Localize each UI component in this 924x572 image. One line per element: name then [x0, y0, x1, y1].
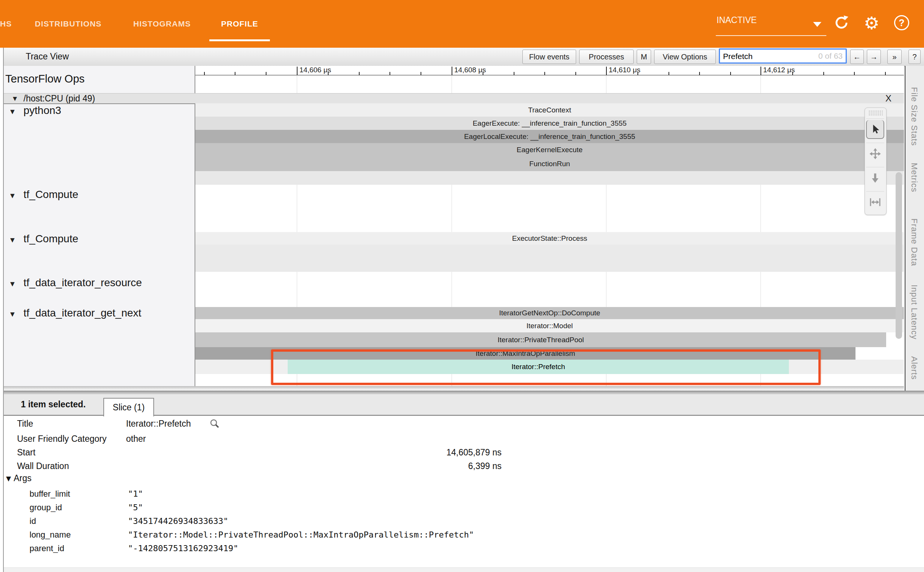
magnifier-icon[interactable] — [209, 418, 220, 431]
ruler-tick-label: 14,606 μs — [299, 66, 331, 74]
arg-key-parent-id: parent_id — [30, 544, 64, 553]
event-band[interactable] — [195, 171, 904, 185]
event-bar-iteratorgetnextop[interactable]: IteratorGetNextOp::DoCompute — [195, 307, 904, 319]
event-bar-eagerexecute[interactable]: EagerExecute: __inference_train_function… — [195, 117, 904, 130]
down-arrow-icon — [869, 172, 881, 184]
app-header: HS DISTRIBUTIONS HISTOGRAMS PROFILE INAC… — [0, 0, 924, 48]
ruler-minor-tick — [266, 72, 266, 75]
more-button[interactable]: » — [887, 50, 902, 64]
track-label-tensorflow-ops: TensorFlow Ops — [5, 73, 85, 85]
arg-key-long-name: long_name — [30, 530, 71, 540]
field-value-category: other — [126, 434, 146, 444]
panel-divider[interactable] — [4, 391, 924, 394]
tab-distributions[interactable]: DISTRIBUTIONS — [35, 0, 101, 48]
ruler-minor-tick — [328, 72, 329, 75]
pan-icon — [869, 148, 881, 160]
processes-button[interactable]: Processes — [579, 50, 634, 64]
track-label-tf-compute-2[interactable]: tf_Compute — [23, 233, 78, 245]
side-tab-frame-data[interactable]: Frame Data — [909, 218, 919, 266]
tab-slice[interactable]: Slice (1) — [103, 398, 154, 416]
search-result-count: 0 of 63 — [818, 51, 843, 61]
tab-histograms[interactable]: HISTOGRAMS — [133, 0, 191, 48]
track-label-tf-data-iterator-get-next[interactable]: tf_data_iterator_get_next — [23, 307, 141, 319]
field-value-title: Iterator::Prefetch — [126, 419, 191, 429]
timing-tool-button[interactable] — [866, 191, 884, 213]
ruler-minor-tick — [792, 72, 793, 75]
collapse-caret-icon[interactable]: ▼ — [10, 108, 15, 115]
ruler-minor-tick — [390, 72, 390, 75]
track-label-python3[interactable]: python3 — [23, 104, 61, 117]
ruler-minor-tick — [235, 72, 235, 75]
search-next-button[interactable]: → — [867, 50, 881, 64]
event-bar-eagerlocalexecute[interactable]: EagerLocalExecute: __inference_train_fun… — [195, 130, 904, 143]
help-icon[interactable]: ? — [894, 15, 909, 30]
palette-drag-handle[interactable] — [868, 110, 883, 116]
ruler-minor-tick — [730, 72, 731, 75]
ruler-minor-tick — [359, 72, 360, 75]
event-band[interactable] — [195, 245, 904, 272]
field-label-category: User Friendly Category — [17, 434, 106, 444]
run-selector-underline — [716, 35, 826, 36]
collapse-caret-icon[interactable]: ▼ — [10, 237, 15, 243]
arg-value-id: "345174426934833633" — [128, 516, 228, 526]
ruler-major-tick — [452, 67, 452, 75]
trace-search-box: 0 of 63 — [719, 48, 847, 64]
arg-value-group-id: "5" — [128, 503, 143, 512]
ruler-minor-tick — [483, 72, 483, 75]
trace-search-input[interactable] — [722, 50, 815, 62]
search-prev-button[interactable]: ← — [850, 50, 864, 64]
collapse-caret-icon[interactable]: ▼ — [10, 192, 15, 199]
ruler-minor-tick — [668, 72, 669, 75]
collapse-caret-icon[interactable]: ▼ — [10, 311, 15, 318]
process-header-label: /host:CPU (pid 49) — [23, 94, 95, 104]
ruler-minor-tick — [421, 72, 421, 75]
vertical-zoom-tool-button[interactable] — [866, 167, 884, 189]
refresh-icon[interactable] — [833, 14, 850, 32]
args-collapse-caret-icon[interactable]: ▼ — [6, 475, 11, 482]
event-bar-iterator-privatethreadpool[interactable]: Iterator::PrivateThreadPool — [195, 332, 886, 347]
close-process-button[interactable]: X — [883, 93, 894, 103]
active-tab-underline — [209, 39, 270, 41]
event-bar-tracecontext[interactable]: TraceContext — [195, 103, 904, 117]
side-tab-metrics[interactable]: Metrics — [909, 163, 919, 192]
side-tab-input-latency[interactable]: Input Latency — [909, 285, 919, 340]
ruler-major-tick — [606, 67, 607, 75]
flow-events-button[interactable]: Flow events — [522, 50, 576, 64]
run-selector-dropdown[interactable]: INACTIVE — [717, 15, 826, 30]
settings-gear-icon[interactable]: ⚙ — [864, 13, 879, 33]
tab-hs[interactable]: HS — [0, 0, 12, 48]
ruler-minor-tick — [514, 72, 514, 75]
ruler-minor-tick — [204, 72, 205, 75]
field-value-wall-duration: 6,399 ns — [341, 461, 502, 471]
ruler-minor-tick — [699, 72, 700, 75]
event-bar-iterator-model[interactable]: Iterator::Model — [195, 319, 904, 332]
ruler-tick-label: 14,612 μs — [763, 66, 795, 74]
selection-highlight-box — [271, 349, 821, 385]
selection-tool-button[interactable] — [866, 118, 884, 140]
side-tab-file-size-stats[interactable]: File Size Stats — [909, 87, 919, 146]
tool-palette — [865, 108, 887, 215]
pan-tool-button[interactable] — [866, 143, 884, 164]
arg-value-buffer-limit: "1" — [128, 489, 143, 499]
measure-span-icon — [869, 196, 881, 208]
track-label-tf-compute-1[interactable]: tf_Compute — [23, 189, 78, 201]
vertical-scrollbar-thumb[interactable] — [896, 172, 902, 339]
event-bar-functionrun[interactable]: FunctionRun — [195, 157, 904, 171]
collapse-caret-icon[interactable]: ▼ — [13, 95, 17, 101]
event-bar-eagerkernelexecute[interactable]: EagerKernelExecute — [195, 143, 904, 157]
field-value-start: 14,605,879 ns — [341, 447, 502, 458]
arg-key-group-id: group_id — [30, 503, 62, 513]
track-label-tf-data-iterator-resource[interactable]: tf_data_iterator_resource — [23, 277, 142, 289]
trace-help-button[interactable]: ? — [908, 50, 921, 64]
arg-value-long-name: "Iterator::Model::PrivateThreadPool::Max… — [128, 530, 474, 539]
chevron-down-icon[interactable] — [813, 22, 821, 27]
cursor-arrow-icon — [869, 123, 881, 135]
process-header-row[interactable] — [4, 93, 904, 104]
field-label-title: Title — [17, 419, 33, 429]
view-options-button[interactable]: View Options — [654, 50, 716, 64]
side-tab-alerts[interactable]: Alerts — [909, 356, 919, 380]
m-button[interactable]: M — [637, 50, 651, 64]
collapse-caret-icon[interactable]: ▼ — [10, 281, 15, 287]
field-label-wall-duration: Wall Duration — [17, 461, 69, 471]
event-bar-executorstate-process[interactable]: ExecutorState::Process — [195, 232, 904, 245]
